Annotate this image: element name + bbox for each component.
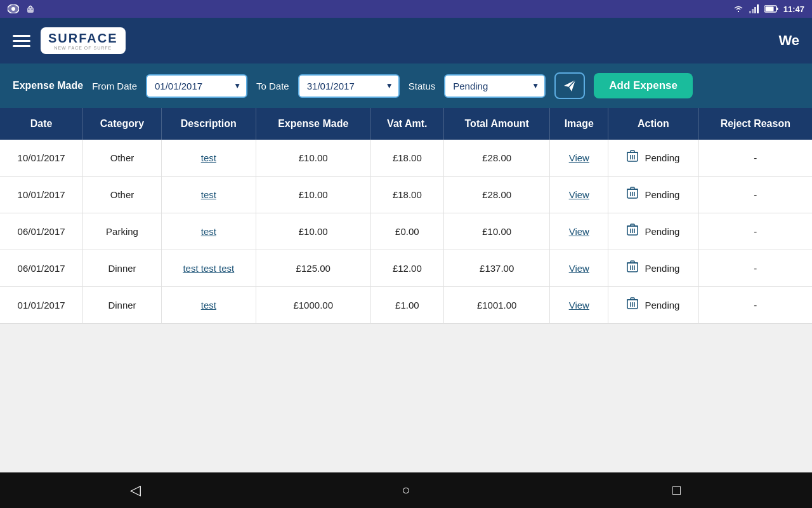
cell-image: View — [550, 250, 608, 287]
status-select[interactable]: Pending Approved Rejected — [444, 74, 546, 98]
col-expense-made: Expense Made — [256, 108, 370, 140]
cell-action: Pending — [608, 140, 698, 177]
svg-rect-14 — [776, 8, 778, 10]
table-container: Date Category Description Expense Made V… — [0, 108, 812, 324]
description-link[interactable]: test test test — [183, 263, 234, 274]
cell-reject-reason: - — [698, 140, 812, 177]
send-button[interactable] — [554, 72, 585, 99]
logo-text: SURFACE — [48, 31, 118, 46]
recent-button[interactable]: □ — [658, 471, 696, 508]
cell-action: Pending — [608, 213, 698, 250]
view-image-link[interactable]: View — [569, 226, 589, 237]
svg-rect-8 — [749, 11, 751, 13]
cell-image: View — [550, 177, 608, 213]
to-date-wrapper: 31/01/2017 — [298, 74, 400, 98]
cell-category: Other — [83, 177, 162, 213]
app-header: SURFACE NEW FACE OF SURFE We — [0, 18, 812, 64]
cell-category: Dinner — [83, 287, 162, 324]
cell-total-amount: £28.00 — [444, 177, 550, 213]
cell-total-amount: £137.00 — [444, 250, 550, 287]
action-status: Pending — [645, 263, 679, 274]
svg-rect-11 — [757, 4, 759, 13]
description-link[interactable]: test — [201, 300, 216, 311]
col-total-amount: Total Amount — [444, 108, 550, 140]
cell-description: test — [161, 177, 256, 213]
cell-total-amount: £28.00 — [444, 140, 550, 177]
col-reject-reason: Reject Reason — [698, 108, 812, 140]
delete-icon[interactable] — [627, 260, 638, 276]
cell-reject-reason: - — [698, 213, 812, 250]
cell-total-amount: £1001.00 — [444, 287, 550, 324]
table-row: 01/01/2017 Dinner test £1000.00 £1.00 £1… — [0, 287, 812, 324]
action-status: Pending — [645, 226, 679, 237]
expenses-table: Date Category Description Expense Made V… — [0, 108, 812, 324]
cell-reject-reason: - — [698, 287, 812, 324]
cell-image: View — [550, 287, 608, 324]
from-date-select[interactable]: 01/01/2017 — [146, 74, 247, 98]
to-date-select[interactable]: 31/01/2017 — [298, 74, 400, 98]
wifi-icon — [733, 4, 744, 13]
header-left: SURFACE NEW FACE OF SURFE — [13, 27, 126, 54]
from-date-label: From Date — [92, 81, 137, 91]
filter-bar: Expense Made From Date 01/01/2017 To Dat… — [0, 64, 812, 108]
cell-category: Dinner — [83, 250, 162, 287]
cell-vat-amt: £18.00 — [370, 177, 443, 213]
table-row: 10/01/2017 Other test £10.00 £18.00 £28.… — [0, 140, 812, 177]
main-content: Date Category Description Expense Made V… — [0, 108, 812, 472]
description-link[interactable]: test — [201, 189, 216, 200]
hamburger-menu[interactable] — [13, 35, 30, 47]
cell-expense-made: £10.00 — [256, 213, 370, 250]
svg-rect-10 — [754, 7, 756, 13]
status-bar-left — [8, 4, 36, 14]
delete-icon[interactable] — [627, 297, 638, 313]
cell-vat-amt: £18.00 — [370, 140, 443, 177]
home-button[interactable]: ○ — [387, 471, 425, 508]
cell-description: test — [161, 213, 256, 250]
svg-rect-13 — [765, 7, 773, 11]
status-wrapper: Pending Approved Rejected — [444, 74, 546, 98]
send-icon — [563, 79, 577, 93]
svg-point-2 — [11, 7, 15, 11]
view-image-link[interactable]: View — [569, 300, 589, 311]
svg-rect-9 — [752, 9, 754, 13]
svg-line-4 — [29, 6, 30, 8]
delete-icon[interactable] — [627, 150, 638, 166]
add-expense-button[interactable]: Add Expense — [594, 73, 693, 98]
action-status: Pending — [645, 189, 679, 200]
bottom-nav: ◁ ○ □ — [0, 472, 812, 508]
cell-category: Other — [83, 140, 162, 177]
delete-icon[interactable] — [627, 187, 638, 203]
view-image-link[interactable]: View — [569, 189, 589, 200]
cell-description: test — [161, 287, 256, 324]
table-row: 06/01/2017 Parking test £10.00 £0.00 £10… — [0, 213, 812, 250]
action-status: Pending — [645, 152, 679, 163]
table-row: 10/01/2017 Other test £10.00 £18.00 £28.… — [0, 177, 812, 213]
col-date: Date — [0, 108, 83, 140]
cell-vat-amt: £1.00 — [370, 287, 443, 324]
back-button[interactable]: ◁ — [116, 471, 154, 508]
from-date-wrapper: 01/01/2017 — [146, 74, 247, 98]
description-link[interactable]: test — [201, 226, 216, 237]
logo-box: SURFACE NEW FACE OF SURFE — [41, 27, 126, 54]
view-image-link[interactable]: View — [569, 263, 589, 274]
status-bar: 11:47 — [0, 0, 812, 18]
cell-description: test — [161, 140, 256, 177]
cell-description: test test test — [161, 250, 256, 287]
status-label: Status — [409, 81, 436, 91]
description-link[interactable]: test — [201, 152, 216, 163]
table-header-row: Date Category Description Expense Made V… — [0, 108, 812, 140]
col-vat-amt: Vat Amt. — [370, 108, 443, 140]
svg-line-5 — [30, 6, 32, 8]
col-description: Description — [161, 108, 256, 140]
cell-date: 10/01/2017 — [0, 140, 83, 177]
android-icon — [25, 4, 36, 14]
expense-made-label: Expense Made — [13, 80, 83, 91]
time-display: 11:47 — [783, 4, 804, 14]
delete-icon[interactable] — [627, 224, 638, 239]
cell-image: View — [550, 140, 608, 177]
to-date-label: To Date — [256, 81, 289, 91]
cell-action: Pending — [608, 287, 698, 324]
col-category: Category — [83, 108, 162, 140]
view-image-link[interactable]: View — [569, 152, 589, 163]
eye-icon — [8, 4, 19, 13]
